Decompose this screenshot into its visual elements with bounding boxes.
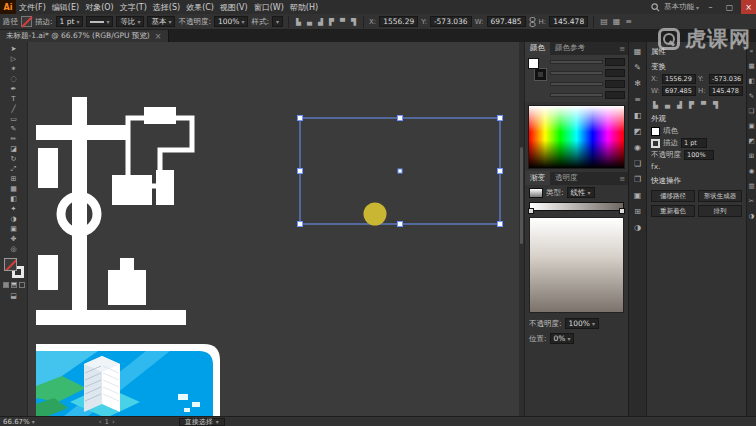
gradient-stop[interactable] xyxy=(619,208,625,214)
h-input[interactable]: 145.478 xyxy=(709,86,743,96)
stroke-width-dropdown[interactable]: 1 pt▾ xyxy=(56,16,84,27)
channel-slider[interactable] xyxy=(550,82,603,86)
opacity-input[interactable]: 100% xyxy=(684,150,714,160)
channel-value-input[interactable] xyxy=(605,80,625,88)
variable-width-profile-dropdown[interactable]: ▾ xyxy=(86,16,113,27)
workspace-switcher[interactable]: 基本功能▾ xyxy=(664,2,699,12)
search-icon[interactable] xyxy=(651,3,660,12)
selection-handle[interactable] xyxy=(498,116,503,121)
status-tool-dropdown[interactable]: 直接选择 ▾ xyxy=(179,418,225,426)
layers-panel-icon[interactable]: ❐ xyxy=(631,173,645,185)
appearance-panel-icon[interactable]: ◉ xyxy=(631,141,645,153)
gradient-opacity-input[interactable]: 100%▾ xyxy=(565,318,599,329)
selection-handle[interactable] xyxy=(298,222,303,227)
selection-handle[interactable] xyxy=(398,116,403,121)
none-mode-icon[interactable] xyxy=(19,282,25,288)
channel-value-input[interactable] xyxy=(605,91,625,99)
menu-select[interactable]: 选择(S) xyxy=(150,0,183,14)
style-dropdown[interactable]: ▾ xyxy=(272,16,283,27)
swatches-dock-icon[interactable]: ◧ xyxy=(747,76,756,86)
menu-view[interactable]: 视图(V) xyxy=(217,0,251,14)
fill-none-swatch[interactable] xyxy=(21,16,32,27)
yellow-circle-object[interactable] xyxy=(364,203,387,226)
gradient-tool[interactable]: ◧ xyxy=(3,194,25,204)
offset-path-button[interactable]: 偏移路径 xyxy=(651,190,695,202)
appearance-dock-icon[interactable]: ◉ xyxy=(747,166,756,176)
selection-handle[interactable] xyxy=(398,222,403,227)
menu-object[interactable]: 对象(O) xyxy=(82,0,117,14)
align-left-icon[interactable]: ▙ xyxy=(651,100,660,109)
mesh-tool[interactable]: ▦ xyxy=(3,184,25,194)
gradient-thumbnail[interactable] xyxy=(529,188,543,198)
align-center-h-icon[interactable]: ▄ xyxy=(663,100,672,109)
selection-bounding-box[interactable] xyxy=(298,116,503,227)
panel-menu-icon[interactable]: ≡ xyxy=(619,175,628,185)
hand-tool[interactable]: ✥ xyxy=(3,234,25,244)
align-center-h-icon[interactable]: ▄ xyxy=(305,17,314,26)
eraser-tool[interactable]: ◪ xyxy=(3,144,25,154)
canvas[interactable] xyxy=(28,42,524,416)
panel-menu-icon[interactable]: ≡ xyxy=(624,17,633,26)
selection-tool[interactable]: ➤ xyxy=(3,44,25,54)
x-input[interactable]: 1556.29 xyxy=(379,16,418,27)
tab-transparency[interactable]: 透明度 xyxy=(550,171,583,185)
panel-menu-icon[interactable]: ≡ xyxy=(619,45,628,55)
x-input[interactable]: 1556.29 xyxy=(662,74,696,84)
stroke-swatch[interactable] xyxy=(535,69,546,80)
menu-help[interactable]: 帮助(H) xyxy=(287,0,321,14)
w-input[interactable]: 697.485 xyxy=(662,86,696,96)
rectangle-tool[interactable]: ▭ xyxy=(3,114,25,124)
y-input[interactable]: -573.036 xyxy=(430,16,472,27)
scale-tool[interactable]: ⤢ xyxy=(3,164,25,174)
gradient-type-dropdown[interactable]: 线性▾ xyxy=(567,187,595,198)
document-setup-icon[interactable]: ▦ xyxy=(612,17,622,26)
gradient-location-input[interactable]: 0%▾ xyxy=(550,333,575,344)
prev-artboard-icon[interactable]: ‹ xyxy=(99,418,102,426)
screen-mode-icon[interactable]: ⬓ xyxy=(10,292,17,300)
shape-builder-button[interactable]: 形状生成器 xyxy=(698,190,742,202)
gradient-mode-icon[interactable] xyxy=(11,282,17,288)
align-bottom-icon[interactable]: ▜ xyxy=(349,17,358,26)
transparency-panel-icon[interactable]: ◩ xyxy=(631,125,645,137)
align-middle-icon[interactable]: ▀ xyxy=(699,100,708,109)
align-panel-icon[interactable]: ⊞ xyxy=(631,205,645,217)
eyedropper-tool[interactable]: ✦ xyxy=(3,204,25,214)
map-artwork[interactable] xyxy=(36,97,192,325)
magic-wand-tool[interactable]: ✶ xyxy=(3,64,25,74)
symbols-panel-icon[interactable]: ✻ xyxy=(631,77,645,89)
menu-edit[interactable]: 编辑(E) xyxy=(49,0,82,14)
align-right-icon[interactable]: ▟ xyxy=(316,17,325,26)
brushes-dock-icon[interactable]: ✎ xyxy=(747,91,756,101)
align-right-icon[interactable]: ▟ xyxy=(675,100,684,109)
direct-selection-tool[interactable]: ▷ xyxy=(3,54,25,64)
swatches-panel-icon[interactable]: ▦ xyxy=(631,45,645,57)
fx-icon[interactable]: fx. xyxy=(651,162,660,171)
h-input[interactable]: 145.478 xyxy=(549,16,588,27)
channel-value-input[interactable] xyxy=(605,69,625,77)
graphic-styles-panel-icon[interactable]: ❏ xyxy=(631,157,645,169)
pathfinder-panel-icon[interactable]: ◑ xyxy=(631,221,645,233)
gradient-preview[interactable] xyxy=(529,217,624,313)
shape-builder-tool[interactable]: ⊞ xyxy=(3,174,25,184)
width-profile-dropdown[interactable]: 等比▾ xyxy=(116,16,144,27)
blend-tool[interactable]: ◑ xyxy=(3,214,25,224)
document-tab[interactable]: 未标题-1.ai* @ 66.67% (RGB/GPU 预览) × xyxy=(0,30,169,42)
blend-dock-icon[interactable]: ◑ xyxy=(747,211,756,221)
selection-handle[interactable] xyxy=(298,169,303,174)
collapse-dock-icon[interactable]: « xyxy=(747,46,756,56)
menu-type[interactable]: 文字(T) xyxy=(117,0,150,14)
gradient-stop[interactable] xyxy=(528,208,534,214)
artboards-panel-icon[interactable]: ▣ xyxy=(631,189,645,201)
transparency-dock-icon[interactable]: ◩ xyxy=(747,136,756,146)
y-input[interactable]: -573.036 xyxy=(709,74,743,84)
fill-stroke-indicator[interactable] xyxy=(4,258,24,278)
tab-color-guide[interactable]: 颜色参考 xyxy=(550,41,590,55)
fill-stroke-indicator[interactable] xyxy=(528,58,546,80)
recolor-button[interactable]: 重新着色 xyxy=(651,205,695,217)
lasso-tool[interactable]: ◌ xyxy=(3,74,25,84)
stroke-swatch[interactable] xyxy=(651,139,660,148)
tab-color[interactable]: 颜色 xyxy=(525,41,550,55)
stroke-width-input[interactable]: 1 pt xyxy=(681,138,707,148)
maximize-button[interactable]: ▢ xyxy=(722,0,737,14)
color-panel-icon[interactable]: ▦ xyxy=(747,61,756,71)
